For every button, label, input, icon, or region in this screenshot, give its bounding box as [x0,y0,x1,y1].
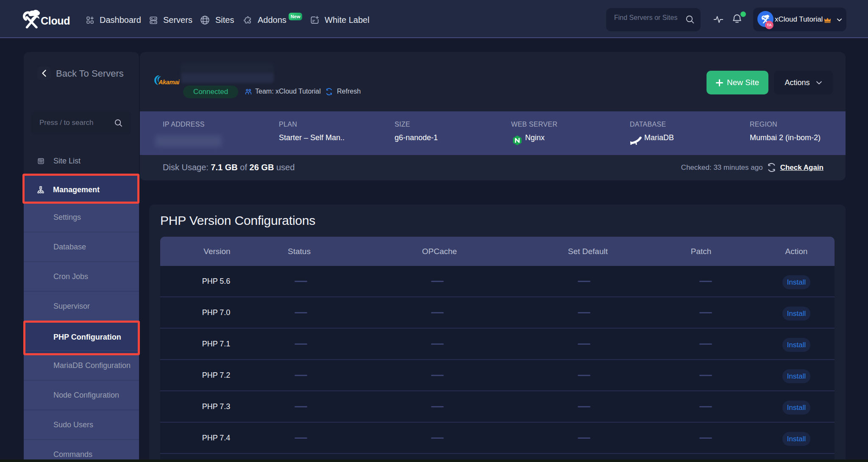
svg-text:Akamai: Akamai [158,79,180,86]
